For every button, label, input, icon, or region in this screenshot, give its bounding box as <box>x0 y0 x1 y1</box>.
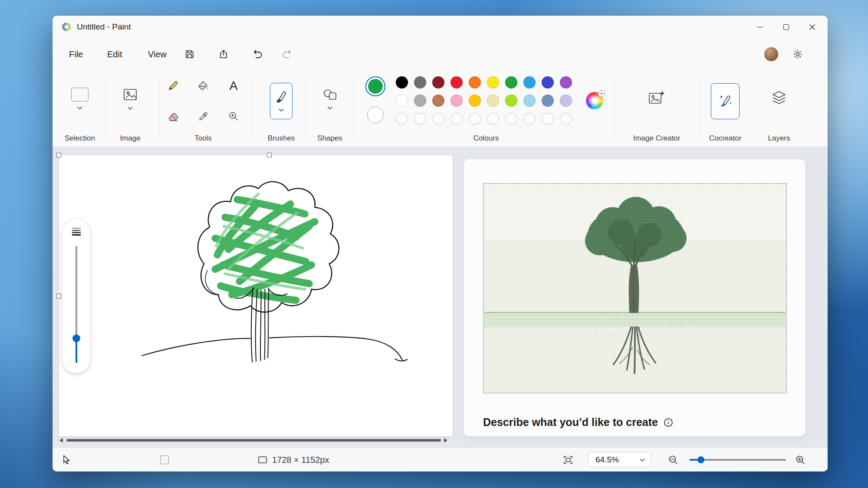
canvas-resize-handle-top-center[interactable] <box>267 153 272 157</box>
colour-swatch[interactable] <box>523 76 536 88</box>
zoom-slider-thumb[interactable] <box>697 456 704 463</box>
eraser-tool-button[interactable] <box>166 109 181 124</box>
canvas-resize-handle-left-center[interactable] <box>56 294 61 298</box>
minimize-button[interactable] <box>747 16 773 38</box>
colour-swatch-empty[interactable] <box>487 113 499 125</box>
edit-colours-button[interactable]: + <box>586 92 603 109</box>
colour-swatch-empty[interactable] <box>396 113 408 125</box>
close-button[interactable] <box>799 16 825 38</box>
zoom-level-dropdown[interactable]: 64.5% <box>588 452 651 468</box>
maximize-button[interactable] <box>773 16 799 38</box>
colour-row-1 <box>396 76 572 88</box>
shapes-button[interactable] <box>312 78 347 119</box>
info-icon[interactable] <box>663 417 674 428</box>
layers-button[interactable] <box>757 79 801 117</box>
colour-swatch[interactable] <box>560 76 572 88</box>
group-divider <box>252 78 253 140</box>
drawing-canvas[interactable] <box>59 155 453 436</box>
colour-swatch[interactable] <box>414 95 426 107</box>
selection-size-indicator <box>160 448 169 472</box>
selection-tool-button[interactable] <box>62 78 97 119</box>
window-controls <box>747 16 825 38</box>
account-avatar[interactable] <box>764 47 778 61</box>
selection-status-icon <box>160 455 169 464</box>
fit-screen-icon <box>563 455 573 465</box>
text-tool-button[interactable]: A <box>226 79 241 93</box>
colour-swatch[interactable] <box>505 95 517 107</box>
redo-button[interactable] <box>278 38 297 70</box>
save-button[interactable] <box>180 38 199 70</box>
colour-swatch-empty[interactable] <box>542 113 554 125</box>
colour-swatch[interactable] <box>450 95 463 107</box>
brushes-button[interactable] <box>270 83 293 119</box>
image-creator-button[interactable] <box>635 79 678 117</box>
colour-swatch[interactable] <box>542 76 554 88</box>
colour-swatch-empty[interactable] <box>432 113 444 125</box>
minimize-icon <box>757 27 763 27</box>
brush-size-thumb[interactable] <box>72 334 80 342</box>
cursor-position-indicator <box>61 448 71 472</box>
tree-sketch <box>59 155 453 436</box>
colour-swatch-empty[interactable] <box>414 113 426 125</box>
cocreator-icon <box>717 93 733 110</box>
colour-swatch[interactable] <box>487 95 499 107</box>
image-creator-icon <box>648 90 666 106</box>
magnifier-tool-button[interactable] <box>226 109 241 124</box>
share-icon <box>218 49 229 59</box>
horizontal-scrollbar[interactable] <box>66 439 441 442</box>
colour-swatch[interactable] <box>542 95 554 107</box>
colour-swatch[interactable] <box>450 76 463 88</box>
colour-row-2 <box>396 95 572 107</box>
colour-swatch-empty[interactable] <box>505 113 517 125</box>
image-tool-button[interactable] <box>113 78 148 119</box>
zoom-in-icon <box>795 454 806 465</box>
menu-bar: File Edit View <box>53 38 828 70</box>
canvas-size-indicator <box>257 448 268 472</box>
colour-palette <box>396 76 572 125</box>
zoom-out-icon <box>667 454 679 465</box>
menu-edit[interactable]: Edit <box>103 38 126 70</box>
fit-to-screen-button[interactable] <box>563 448 573 472</box>
colour-swatch[interactable] <box>396 76 408 88</box>
colour-swatch[interactable] <box>432 76 444 88</box>
colour-swatch[interactable] <box>487 76 499 88</box>
pencil-tool-button[interactable] <box>166 79 181 93</box>
cocreator-button[interactable] <box>711 83 740 119</box>
colour-swatch[interactable] <box>560 95 572 107</box>
text-tool-icon: A <box>230 80 238 92</box>
colour-swatch[interactable] <box>505 76 517 88</box>
menu-view[interactable]: View <box>144 38 171 70</box>
paint-window: Untitled - Paint File Edit View <box>53 16 828 472</box>
cocreator-preview-image[interactable] <box>483 183 787 393</box>
colour-swatch[interactable] <box>523 95 536 107</box>
canvas-size-icon <box>257 455 268 464</box>
canvas-resize-handle-top-left[interactable] <box>56 153 61 157</box>
colour-swatch[interactable] <box>469 76 481 88</box>
scroll-right-arrow[interactable] <box>444 438 447 442</box>
undo-button[interactable] <box>248 38 267 70</box>
colour-swatch-empty[interactable] <box>469 113 481 125</box>
cursor-icon <box>61 455 71 465</box>
colour-swatch[interactable] <box>432 95 444 107</box>
colour-swatch[interactable] <box>414 76 426 88</box>
color-picker-tool-button[interactable] <box>196 109 211 124</box>
colour-swatch-empty[interactable] <box>560 113 572 125</box>
colour-swatch[interactable] <box>469 95 481 107</box>
secondary-colour-swatch[interactable] <box>367 107 384 123</box>
share-button[interactable] <box>214 38 233 70</box>
colour-swatch[interactable] <box>396 95 408 107</box>
zoom-in-button[interactable] <box>795 448 806 472</box>
magnifier-icon <box>228 111 239 122</box>
settings-button[interactable] <box>788 38 807 70</box>
scroll-left-arrow[interactable] <box>59 438 63 442</box>
colour-swatch-empty[interactable] <box>450 113 463 125</box>
colour-swatch-empty[interactable] <box>523 113 536 125</box>
brush-size-track[interactable] <box>76 246 77 363</box>
fill-tool-button[interactable] <box>196 79 211 93</box>
menu-file[interactable]: File <box>65 38 87 70</box>
zoom-out-button[interactable] <box>667 448 679 472</box>
image-icon <box>122 87 138 102</box>
maximize-icon <box>783 24 789 30</box>
fill-bucket-icon <box>198 80 209 92</box>
primary-colour-swatch[interactable] <box>365 76 385 96</box>
